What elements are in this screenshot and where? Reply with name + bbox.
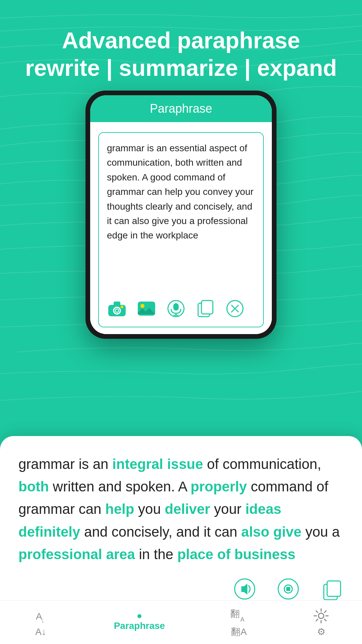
input-icons: [107, 293, 255, 319]
phone-header-title: Paraphrase: [150, 102, 212, 116]
nav-item-settings[interactable]: ⚙: [313, 607, 329, 637]
speak-button[interactable]: [233, 578, 256, 601]
output-highlight-properly: properly: [191, 479, 247, 494]
stop-button[interactable]: [277, 578, 300, 601]
image-icon: [137, 300, 156, 317]
settings-nav-icon: [313, 607, 329, 624]
copy-icon: [197, 300, 214, 317]
input-text[interactable]: grammar is an essential aspect of commun…: [107, 141, 255, 293]
svg-rect-21: [327, 581, 341, 596]
text-nav-icon: A ↓: [33, 608, 49, 625]
output-highlight-both: both: [18, 479, 49, 494]
output-text: grammar is an integral issue of communic…: [18, 453, 344, 566]
hero-title-line1: Advanced paraphrase: [20, 27, 342, 54]
mic-button[interactable]: [166, 299, 186, 319]
svg-rect-12: [201, 301, 213, 314]
svg-line-32: [316, 611, 318, 612]
nav-item-translate[interactable]: 翻 A 翻A: [230, 607, 248, 638]
stop-icon: [278, 578, 299, 600]
speaker-icon: [234, 578, 256, 600]
phone-screen: Paraphrase grammar is an essential aspec…: [90, 95, 272, 334]
svg-line-34: [324, 611, 326, 612]
output-highlight-help: help: [105, 501, 134, 517]
svg-text:A: A: [240, 616, 244, 623]
output-highlight-professional-area: professional area: [18, 546, 135, 562]
svg-point-4: [121, 306, 123, 308]
hero-title: Advanced paraphrase rewrite | summarize …: [0, 27, 362, 82]
camera-icon: [108, 300, 126, 317]
svg-rect-8: [173, 303, 179, 311]
output-highlight-deliver: deliver: [165, 501, 210, 517]
output-highlight-also-give: also give: [241, 524, 302, 540]
bottom-nav: A ↓ A↓ Paraphrase 翻 A 翻A: [0, 600, 362, 644]
nav-label-translate: 翻A: [231, 626, 247, 638]
output-segment-9: in the: [135, 546, 177, 562]
hero-title-line2: rewrite | summarize | expand: [20, 54, 342, 82]
nav-label-text: A↓: [35, 627, 46, 637]
phone-header: Paraphrase: [90, 95, 272, 122]
nav-item-text[interactable]: A ↓ A↓: [33, 608, 49, 637]
svg-line-35: [316, 619, 318, 621]
svg-text:翻: 翻: [230, 608, 240, 619]
svg-point-27: [318, 613, 324, 619]
output-copy-icon: [321, 578, 343, 600]
output-segment-8: you a: [301, 524, 340, 540]
svg-rect-1: [114, 302, 120, 306]
camera-button[interactable]: [107, 299, 127, 319]
output-segment-1: grammar is an: [18, 456, 112, 472]
svg-point-6: [140, 304, 144, 308]
phone-content: grammar is an essential aspect of commun…: [90, 122, 272, 334]
svg-text:↓: ↓: [41, 617, 44, 624]
output-copy-button[interactable]: [320, 578, 344, 601]
close-icon: [226, 300, 244, 317]
output-highlight-integral-issue: integral issue: [112, 456, 203, 472]
nav-label-paraphrase: Paraphrase: [114, 621, 165, 631]
output-segment-7: and concisely, and it can: [80, 524, 241, 540]
input-box[interactable]: grammar is an essential aspect of commun…: [98, 132, 264, 327]
output-segment-6: your: [210, 501, 245, 517]
translate-nav-icon: 翻 A: [230, 607, 248, 624]
output-highlight-place-of-business: place of business: [177, 546, 295, 562]
mic-icon: [167, 300, 185, 317]
output-segment-5: you: [134, 501, 165, 517]
svg-line-33: [324, 619, 326, 621]
output-segment-2: of communication,: [203, 456, 321, 472]
nav-label-settings: ⚙: [317, 626, 325, 637]
clear-button[interactable]: [225, 299, 245, 319]
output-actions: [18, 578, 344, 601]
image-button[interactable]: [136, 299, 157, 319]
nav-item-paraphrase[interactable]: Paraphrase: [114, 614, 165, 631]
paraphrase-nav-indicator: [131, 614, 148, 619]
phone-mockup: Paraphrase grammar is an essential aspec…: [85, 91, 277, 339]
svg-point-24: [137, 614, 141, 618]
svg-rect-19: [286, 587, 290, 591]
copy-button[interactable]: [195, 299, 216, 319]
output-segment-3: written and spoken. A: [49, 479, 191, 494]
